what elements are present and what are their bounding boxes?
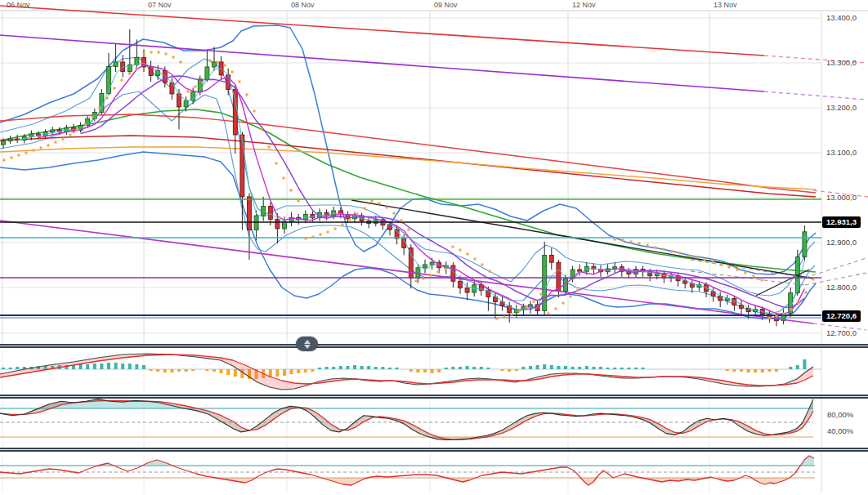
panel-splitter-2[interactable] <box>0 394 868 399</box>
date-label: 13 Nov <box>714 1 737 9</box>
panel-splitter-3[interactable] <box>0 447 868 452</box>
date-label: 08 Nov <box>291 1 315 9</box>
chevron-down-icon <box>304 345 311 349</box>
price-tick-label: 13.000,0 <box>826 193 857 202</box>
stoch-80-label: 80,00% <box>827 410 853 419</box>
price-tick-label: 12.800,0 <box>826 283 857 292</box>
date-label: 07 Nov <box>148 1 172 9</box>
price-tick-label: 13.400,0 <box>826 13 857 22</box>
trading-chart-window: 06 Nov 07 Nov 08 Nov 09 Nov 12 Nov 13 No… <box>0 0 868 495</box>
chevron-up-icon <box>304 340 311 344</box>
chart-canvas[interactable] <box>0 0 868 495</box>
support-price-badge: 12.720,6 <box>822 310 861 322</box>
splitter-collapse-button[interactable] <box>296 337 318 351</box>
date-label: 06 Nov <box>7 1 30 9</box>
price-tick-label: 13.100,0 <box>826 148 857 157</box>
date-label: 09 Nov <box>434 1 458 9</box>
panel-splitter-1[interactable] <box>0 343 868 348</box>
price-tick-label: 12.900,0 <box>826 238 857 247</box>
stoch-40-label: 40,00% <box>827 426 853 435</box>
last-price-badge: 12.931,3 <box>822 216 861 228</box>
price-tick-label: 13.300,0 <box>826 58 857 67</box>
price-tick-label: 13.200,0 <box>826 103 857 112</box>
date-label: 12 Nov <box>572 1 596 9</box>
price-tick-label: 12.700,0 <box>826 328 857 337</box>
